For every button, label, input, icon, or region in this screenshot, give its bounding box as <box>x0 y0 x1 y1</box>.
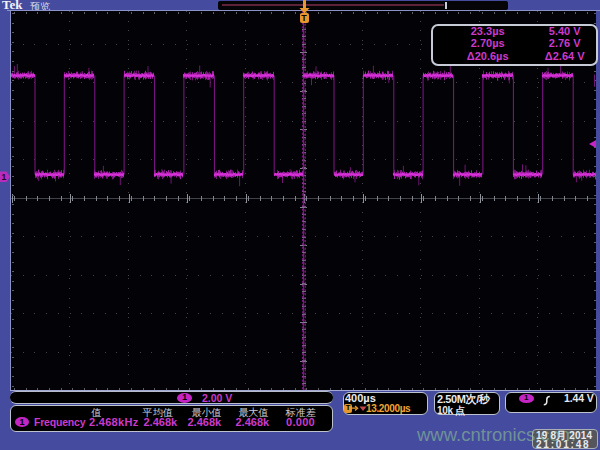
svg-text:1: 1 <box>1 172 6 182</box>
